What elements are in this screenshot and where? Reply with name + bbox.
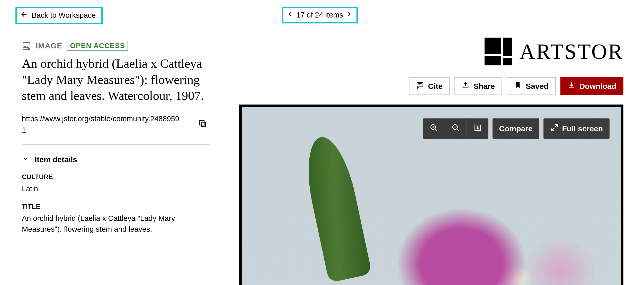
cite-icon <box>416 81 424 91</box>
fit-icon <box>473 124 482 134</box>
image-viewer[interactable]: Compare Full screen <box>239 105 623 285</box>
open-access-badge: OPEN ACCESS <box>67 41 128 51</box>
meta-culture-label: CULTURE <box>22 173 215 181</box>
chevron-down-icon <box>22 155 29 164</box>
pager-prev-button[interactable] <box>287 11 294 20</box>
meta-title-value: An orchid hybrid (Laelia x Cattleya "Lad… <box>22 213 202 235</box>
compare-label: Compare <box>499 124 533 133</box>
cite-button[interactable]: Cite <box>409 77 450 95</box>
meta-culture-value: Latin <box>22 183 202 194</box>
item-type-label: IMAGE <box>36 41 62 50</box>
back-to-workspace-link[interactable]: Back to Workspace <box>15 7 103 24</box>
saved-button[interactable]: Saved <box>507 77 556 95</box>
image-type-icon <box>22 41 31 50</box>
download-icon <box>568 81 575 91</box>
fullscreen-icon <box>550 124 559 134</box>
download-label: Download <box>579 82 616 91</box>
back-label: Back to Workspace <box>32 11 96 20</box>
divider <box>22 144 210 145</box>
svg-rect-2 <box>200 121 204 125</box>
zoom-in-button[interactable] <box>423 118 445 139</box>
item-title: An orchid hybrid (Laelia x Cattleya "Lad… <box>22 56 210 104</box>
copy-url-button[interactable] <box>198 119 207 130</box>
pager-text: 17 of 24 items <box>296 11 343 19</box>
zoom-out-icon <box>452 124 460 134</box>
artstor-logo-text: ARTSTOR <box>520 39 623 64</box>
cite-label: Cite <box>428 82 443 91</box>
item-pager: 17 of 24 items <box>282 7 358 23</box>
share-label: Share <box>473 82 495 91</box>
item-url: https://www.jstor.org/stable/community.2… <box>22 113 181 136</box>
pager-next-button[interactable] <box>346 11 353 20</box>
fullscreen-button[interactable]: Full screen <box>543 118 610 139</box>
share-button[interactable]: Share <box>454 77 502 95</box>
zoom-out-button[interactable] <box>445 118 467 139</box>
fit-button[interactable] <box>467 118 488 139</box>
artstor-logo: ARTSTOR <box>485 38 623 65</box>
item-details-heading: Item details <box>35 155 77 164</box>
arrow-left-icon <box>20 11 28 20</box>
svg-rect-1 <box>201 122 205 126</box>
copy-icon <box>198 121 207 129</box>
fullscreen-label: Full screen <box>562 124 603 133</box>
bookmark-icon <box>514 81 522 91</box>
share-icon <box>462 81 469 91</box>
zoom-in-icon <box>430 124 438 134</box>
compare-button[interactable]: Compare <box>493 118 539 139</box>
item-details-toggle[interactable]: Item details <box>22 155 215 164</box>
download-button[interactable]: Download <box>560 77 623 95</box>
meta-title-label: TITLE <box>22 203 215 210</box>
artstor-logo-mark <box>485 38 512 65</box>
saved-label: Saved <box>526 82 548 91</box>
